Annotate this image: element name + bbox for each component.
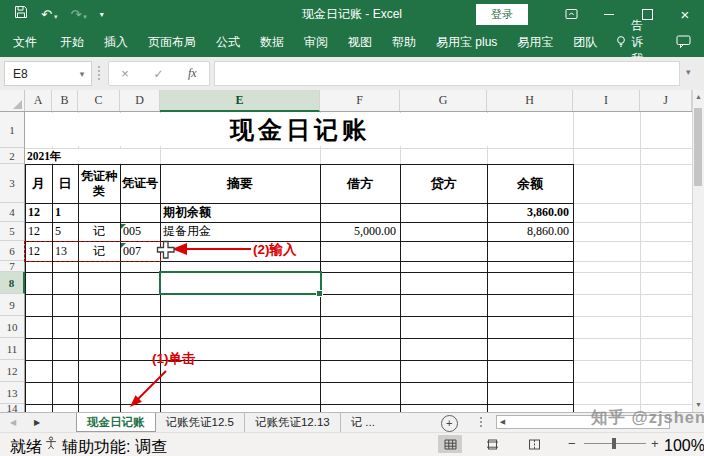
ribbon-tab-view[interactable]: 视图 [338, 28, 382, 57]
sheet-tab-partial[interactable]: 记 ... [341, 413, 413, 432]
header-cell-month[interactable]: 月 [25, 164, 52, 203]
grid-view-icon [444, 439, 457, 450]
ribbon-tab-team[interactable]: 团队 [563, 28, 607, 57]
cell-e4[interactable]: 期初余额 [160, 203, 320, 222]
plus-icon: + [446, 418, 452, 429]
insert-function-icon[interactable]: fx [188, 66, 197, 81]
cell-b5[interactable]: 5 [52, 222, 78, 241]
ribbon-tab-review[interactable]: 审阅 [294, 28, 338, 57]
ribbon-tab-help[interactable]: 帮助 [382, 28, 426, 57]
close-icon: × [681, 7, 690, 22]
scroll-left-icon[interactable]: ◀ [497, 418, 505, 426]
name-box-value: E8 [5, 67, 73, 81]
cell-e5[interactable]: 提备用金 [160, 222, 320, 241]
zoom-out-button[interactable]: − [568, 436, 576, 451]
cell-h4[interactable]: 3,860.00 [487, 203, 573, 222]
ribbon-tab-data[interactable]: 数据 [250, 28, 294, 57]
cell-a4[interactable]: 12 [25, 203, 52, 222]
undo-button[interactable]: ↶ ▾ [41, 8, 57, 21]
close-button[interactable]: × [666, 0, 704, 28]
enter-icon[interactable]: ✓ [153, 67, 163, 81]
header-cell-credit[interactable]: 贷方 [400, 164, 487, 203]
cancel-icon[interactable]: × [121, 66, 129, 81]
fill-handle[interactable] [316, 290, 323, 297]
sheet-nav-left-icon[interactable]: ◀ [0, 413, 26, 432]
window-controls: 登录 × [476, 0, 704, 28]
header-cell-balance[interactable]: 余额 [487, 164, 573, 203]
ribbon-tab-page-layout[interactable]: 页面布局 [138, 28, 206, 57]
excel-window: ↶ ▾ ↷ ▾ ▾ 现金日记账 - Excel 登录 × 文件 开始 插入 页面… [0, 0, 704, 456]
horizontal-scrollbar[interactable]: ◀ [496, 415, 670, 429]
minimize-icon [604, 14, 614, 15]
cell-d6[interactable]: 007 [120, 241, 160, 261]
comments-button[interactable] [663, 35, 704, 51]
title-bar: ↶ ▾ ↷ ▾ ▾ 现金日记账 - Excel 登录 × [0, 0, 704, 28]
chevron-down-icon: ▾ [83, 13, 87, 21]
sheet-tab-bar: ◀ ▶ 现金日记账 记账凭证12.5 记账凭证12.13 记 ... + ◀ [0, 412, 704, 432]
sheet-tab-cash-journal[interactable]: 现金日记账 [76, 413, 156, 432]
page-break-view-button[interactable] [522, 435, 546, 453]
cell-a6[interactable]: 12 [25, 241, 52, 261]
cell-d5[interactable]: 005 [120, 222, 160, 241]
save-icon[interactable] [14, 5, 28, 23]
page-layout-icon [486, 439, 499, 450]
formula-bar-expand-icon[interactable]: ▾ [686, 67, 691, 77]
year-cell[interactable]: 2021年 [27, 148, 62, 164]
redo-button[interactable]: ↷ ▾ [70, 8, 86, 21]
scroll-up-icon[interactable]: ▲ [695, 93, 702, 100]
sheet-tab-voucher-12-13[interactable]: 记账凭证12.13 [245, 413, 341, 432]
cell-c5[interactable]: 记 [78, 222, 120, 241]
zoom-slider-thumb[interactable] [612, 438, 616, 449]
zoom-level-label[interactable]: 100% [664, 437, 698, 455]
accessibility-status-label[interactable]: 辅助功能: 调查 [62, 437, 167, 456]
lightbulb-icon [615, 35, 627, 51]
redo-icon: ↷ [70, 8, 81, 21]
ribbon-display-options-button[interactable] [552, 0, 590, 28]
sheet-nav-right-icon[interactable]: ▶ [26, 413, 48, 432]
header-cell-summary[interactable]: 摘要 [160, 164, 320, 203]
tab-splitter-handle[interactable] [480, 417, 484, 427]
quick-access-toolbar: ↶ ▾ ↷ ▾ ▾ [0, 5, 104, 23]
login-button[interactable]: 登录 [476, 4, 528, 25]
zoom-in-button[interactable]: + [651, 436, 659, 451]
ribbon-tab-strip: 文件 开始 插入 页面布局 公式 数据 审阅 视图 帮助 易用宝 plus 易用… [0, 28, 704, 57]
header-cell-voucher-type[interactable]: 凭证种类 [78, 164, 120, 203]
sheet-tab-voucher-12-5[interactable]: 记账凭证12.5 [156, 413, 245, 432]
cell-h5[interactable]: 8,860.00 [487, 222, 573, 241]
formula-bar-divider [98, 66, 102, 80]
formula-bar: E8 ▾ × ✓ fx ▾ [0, 57, 704, 91]
comment-icon [676, 35, 691, 51]
undo-icon: ↶ [41, 8, 52, 21]
chevron-down-icon: ▾ [54, 13, 58, 21]
formula-input[interactable] [214, 61, 680, 86]
header-cell-day[interactable]: 日 [52, 164, 78, 203]
cell-b4[interactable]: 1 [52, 203, 78, 222]
add-sheet-button[interactable]: + [441, 415, 458, 432]
sheet-title-cell[interactable]: 现金日记账 [160, 114, 440, 146]
normal-view-button[interactable] [438, 435, 462, 453]
accessibility-icon [44, 436, 58, 454]
vertical-scrollbar-thumb[interactable] [694, 108, 702, 186]
ribbon-tab-formulas[interactable]: 公式 [206, 28, 250, 57]
cell-b6[interactable]: 13 [52, 241, 78, 261]
cell-a5[interactable]: 12 [25, 222, 52, 241]
ribbon-tab-file[interactable]: 文件 [0, 28, 50, 57]
name-box[interactable]: E8 ▾ [4, 61, 92, 86]
chevron-down-icon[interactable]: ▾ [73, 69, 91, 79]
formula-buttons: × ✓ fx [108, 61, 210, 86]
customize-qat-button[interactable]: ▾ [100, 10, 104, 19]
ribbon-tab-home[interactable]: 开始 [50, 28, 94, 57]
ribbon-tab-yiyongbao[interactable]: 易用宝 [507, 28, 563, 57]
cell-c6[interactable]: 记 [78, 241, 120, 261]
scroll-down-icon[interactable]: ▼ [695, 401, 702, 408]
ribbon-tab-yiyongbao-plus[interactable]: 易用宝 plus [426, 28, 507, 57]
cell-f5[interactable]: 5,000.00 [320, 222, 400, 241]
status-mode-label: 就绪 [10, 437, 42, 456]
page-layout-view-button[interactable] [480, 435, 504, 453]
header-cell-debit[interactable]: 借方 [320, 164, 400, 203]
header-cell-voucher-no[interactable]: 凭证号 [120, 164, 160, 203]
page-break-icon [528, 439, 541, 450]
ribbon-tab-insert[interactable]: 插入 [94, 28, 138, 57]
